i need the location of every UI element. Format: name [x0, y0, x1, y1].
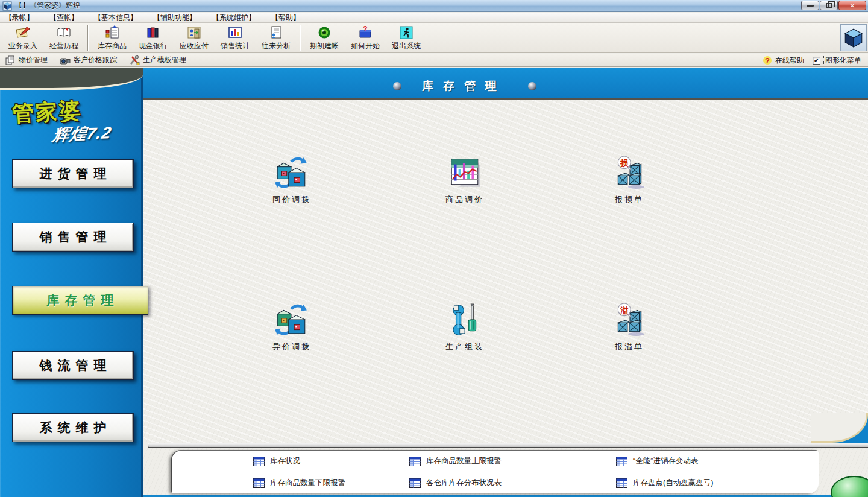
diff-price-transfer-icon: [275, 303, 309, 337]
minimize-button[interactable]: [801, 1, 819, 10]
goods-reprice-chart-icon: [448, 156, 482, 189]
receivable-payable-icon: [186, 25, 202, 40]
loss-report-boxes-icon: 损: [612, 156, 646, 189]
app-cube-icon: [2, 1, 12, 11]
app-loss-report[interactable]: 损 报损单: [590, 156, 669, 205]
table-report-icon: [409, 478, 421, 488]
exit-runner-icon: [398, 25, 414, 40]
secondary-toolbar: 物价管理 客户价格跟踪 生产模板管理 ?: [0, 54, 868, 67]
sidebar-item-inventory-management[interactable]: 库存管理: [12, 286, 148, 315]
table-report-icon: [253, 457, 265, 466]
menu-aux-functions[interactable]: 【辅助功能】: [153, 13, 197, 23]
bottom-strip: 库存状况 库存商品数量上限报警 “全能”进销存变动表: [143, 448, 868, 497]
svg-text:溢: 溢: [620, 306, 629, 315]
pen-paper-icon: [15, 25, 31, 40]
sales-chart-icon: [227, 25, 243, 40]
menu-system-maintenance[interactable]: 【系统维护】: [212, 13, 256, 23]
app-same-price-transfer[interactable]: 同价调拨: [252, 156, 332, 205]
same-price-transfer-icon: [275, 156, 309, 189]
content-area: 同价调拨 商品调价: [143, 100, 868, 443]
green-orb-ornament: [831, 476, 868, 497]
section-title: 库存管理: [338, 78, 591, 94]
contacts-analysis-icon: [268, 25, 284, 40]
sidebar-item-system-maintenance[interactable]: 系统维护: [12, 413, 134, 442]
toolbar-cash-bank[interactable]: 现金银行: [133, 24, 174, 52]
restore-icon: [826, 3, 832, 8]
toolbar-sales-stats[interactable]: 销售统计: [215, 24, 256, 52]
reports-panel: 库存状况 库存商品数量上限报警 “全能”进销存变动表: [172, 451, 819, 493]
minimize-icon: [807, 5, 814, 7]
toolbar2-price-management[interactable]: 物价管理: [5, 55, 48, 66]
app-diff-price-transfer[interactable]: 异价调拨: [252, 303, 332, 352]
sidebar-item-purchase-management[interactable]: 进货管理: [12, 159, 134, 188]
report-upper-limit-alarm[interactable]: 库存商品数量上限报警: [409, 456, 502, 466]
toolbar-contacts-analysis[interactable]: 往来分析: [256, 24, 297, 52]
title-bar: 【】《管家婆》辉煌 ✕: [0, 0, 868, 12]
table-report-icon: [409, 457, 421, 466]
menu-record[interactable]: 【录帐】: [5, 13, 34, 23]
report-lower-limit-alarm[interactable]: 库存商品数量下限报警: [253, 478, 345, 488]
toolbar-business-entry[interactable]: 业务录入: [2, 24, 43, 52]
template-tools-icon: [129, 55, 140, 66]
svg-text:?: ?: [363, 25, 367, 33]
table-report-icon: [616, 457, 627, 466]
menu-query[interactable]: 【查帐】: [49, 13, 78, 23]
svg-text:损: 损: [620, 159, 629, 168]
report-stock-count[interactable]: 库存盘点(自动盘赢盘亏): [616, 478, 713, 488]
online-help[interactable]: ? 在线帮助: [763, 55, 804, 66]
menu-basic-info[interactable]: 【基本信息】: [94, 13, 137, 23]
sidebar-item-sales-management[interactable]: 销售管理: [12, 223, 134, 252]
help-question-icon: ?: [763, 55, 772, 65]
main-toolbar: 业务录入 经营历程 库存商品: [0, 23, 868, 53]
graphic-menu-toggle[interactable]: ✔ 图形化菜单: [813, 55, 863, 66]
toolbar-business-history[interactable]: 经营历程: [43, 24, 84, 52]
sidebar-item-cashflow-management[interactable]: 钱流管理: [12, 351, 134, 380]
sphere-ornament-icon: [528, 82, 536, 90]
toolbar2-customer-price-tracking[interactable]: 客户价格跟踪: [60, 55, 117, 66]
assembly-tools-icon: [448, 303, 482, 337]
separator-ridge: [148, 443, 868, 448]
window-title: 【】《管家婆》辉煌: [15, 1, 80, 11]
checkbox-checked-icon[interactable]: ✔: [813, 57, 820, 65]
close-icon: ✕: [850, 2, 855, 9]
toolbar-init-account[interactable]: 期初建帐: [304, 24, 345, 52]
sidebar: 管家婆 辉煌7.2 进货管理 销售管理 库存管理 钱流管理 系统维护: [0, 68, 143, 497]
overflow-report-boxes-icon: 溢: [612, 303, 646, 337]
toolbar-receivable-payable[interactable]: 应收应付: [174, 24, 215, 52]
toolbar-exit-system[interactable]: 退出系统: [386, 24, 427, 52]
cash-bank-icon: [145, 25, 161, 40]
table-report-icon: [253, 478, 265, 488]
toolbar-stock-goods[interactable]: 库存商品: [92, 24, 133, 52]
toolbar-separator: [87, 25, 89, 51]
report-allround-change-table[interactable]: “全能”进销存变动表: [616, 456, 698, 466]
price-pages-icon: [5, 55, 16, 66]
app-window: 【】《管家婆》辉煌 ✕ 【录帐】 【查帐】 【基本信息】 【辅助功能】 【系统维…: [0, 0, 868, 497]
app-goods-reprice[interactable]: 商品调价: [425, 156, 505, 205]
app-overflow-report[interactable]: 溢 报溢单: [590, 303, 669, 352]
brand-version-text: 辉煌7.2: [51, 122, 113, 145]
price-track-icon: [60, 55, 71, 66]
cube-3d-icon: [843, 27, 864, 49]
restore-button[interactable]: [820, 1, 838, 10]
toolbar-how-to-start[interactable]: ? 如何开始: [345, 24, 386, 52]
app-production-assembly[interactable]: 生产组装: [425, 303, 505, 352]
report-warehouse-distribution[interactable]: 各仓库库存分布状况表: [409, 478, 502, 488]
stock-goods-icon: [104, 25, 120, 40]
report-stock-status[interactable]: 库存状况: [253, 456, 300, 466]
ledger-book-icon: [56, 25, 72, 40]
init-account-icon: [316, 25, 332, 40]
toolbar-separator: [300, 25, 301, 51]
toolbar2-production-template[interactable]: 生产模板管理: [129, 55, 186, 66]
table-report-icon: [616, 478, 627, 488]
menu-bar: 【录帐】 【查帐】 【基本信息】 【辅助功能】 【系统维护】 【帮助】: [0, 13, 868, 23]
menu-help[interactable]: 【帮助】: [271, 13, 300, 23]
brand-cube-logo: [840, 24, 867, 51]
svg-text:?: ?: [765, 56, 770, 65]
close-button[interactable]: ✕: [838, 1, 866, 10]
howto-book-icon: ?: [357, 25, 373, 40]
